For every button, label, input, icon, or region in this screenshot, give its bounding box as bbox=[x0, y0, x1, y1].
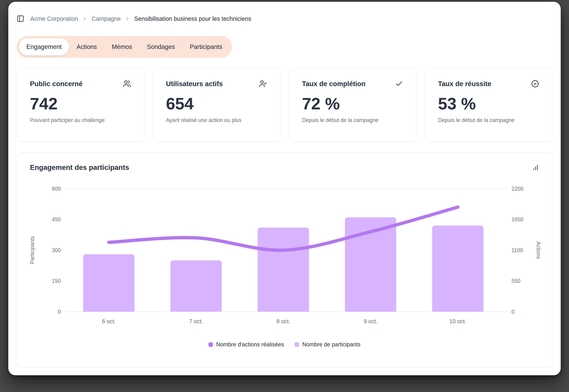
stat-card-title: Taux de complétion bbox=[302, 80, 366, 88]
chevron-right-icon bbox=[82, 16, 87, 21]
left-axis-tick: 0 bbox=[58, 309, 61, 315]
left-axis-label: Participants bbox=[29, 236, 35, 264]
bar-participants bbox=[432, 225, 484, 312]
tab-bar: EngagementActionsMémosSondagesParticipan… bbox=[17, 36, 232, 58]
desktop-background: Acme CorporationCampagneSensibilisation … bbox=[0, 0, 569, 392]
sidebar-toggle-button[interactable] bbox=[17, 15, 24, 23]
users-icon bbox=[123, 80, 131, 88]
right-axis-tick: 2200 bbox=[512, 186, 523, 192]
left-axis-tick: 600 bbox=[52, 186, 61, 192]
breadcrumb-item: Sensibilisation business pour les techni… bbox=[134, 15, 251, 22]
tab-memos[interactable]: Mémos bbox=[104, 38, 139, 56]
x-axis-tick: 6 oct. bbox=[102, 318, 116, 324]
stat-card-value: 72 % bbox=[302, 96, 403, 112]
left-axis-tick: 150 bbox=[52, 278, 61, 284]
breadcrumb: Acme CorporationCampagneSensibilisation … bbox=[30, 15, 251, 22]
stat-card: Taux de complétion72 %Depuis le début de… bbox=[289, 68, 416, 142]
tab-actions[interactable]: Actions bbox=[69, 38, 104, 56]
top-bar: Acme CorporationCampagneSensibilisation … bbox=[17, 14, 552, 23]
chart-card: Engagement des participants 015030045060… bbox=[17, 153, 552, 367]
stat-card: Taux de réussite53 %Depuis le début de l… bbox=[425, 68, 552, 142]
tab-sondages[interactable]: Sondages bbox=[139, 38, 182, 56]
stat-card: Utilisateurs actifs654Ayant réalisé une … bbox=[153, 68, 280, 142]
bar-participants bbox=[83, 254, 134, 312]
legend-swatch bbox=[208, 342, 213, 347]
tab-engagement[interactable]: Engagement bbox=[19, 38, 69, 56]
stat-card-value: 742 bbox=[30, 96, 131, 112]
right-axis-label: Actions bbox=[536, 241, 541, 259]
chart-header: Engagement des participants bbox=[23, 163, 546, 171]
user-check-icon bbox=[259, 80, 267, 88]
bar-participants bbox=[258, 228, 309, 312]
left-axis-tick: 300 bbox=[52, 247, 61, 253]
engagement-chart: 01503004506000550110016502200Participant… bbox=[23, 180, 549, 337]
x-axis-tick: 7 oct. bbox=[189, 318, 203, 324]
chevron-right-icon bbox=[125, 16, 130, 21]
stat-card: Public concerné742Pouvant participer au … bbox=[17, 68, 144, 142]
chart-title: Engagement des participants bbox=[30, 163, 129, 171]
legend-label: Nombre de participants bbox=[302, 341, 361, 348]
badge-check-icon bbox=[531, 80, 539, 88]
legend-swatch bbox=[295, 342, 299, 347]
stat-card-subtitle: Ayant réalisé une action ou plus bbox=[166, 117, 267, 123]
stat-card-value: 53 % bbox=[438, 96, 539, 112]
stat-card-title: Taux de réussite bbox=[438, 80, 491, 88]
legend-item[interactable]: Nombre de participants bbox=[295, 341, 361, 348]
x-axis-tick: 10 oct. bbox=[449, 318, 466, 324]
bar-participants bbox=[170, 260, 222, 312]
legend-item[interactable]: Nombre d'actions réalisées bbox=[208, 341, 284, 348]
stat-card-subtitle: Pouvant participer au challenge bbox=[30, 117, 131, 123]
chart-legend: Nombre d'actions réaliséesNombre de part… bbox=[23, 341, 546, 348]
breadcrumb-item[interactable]: Campagne bbox=[92, 15, 121, 22]
stat-card-subtitle: Depuis le début de la campagne bbox=[302, 117, 403, 123]
stat-card-header: Public concerné bbox=[30, 80, 131, 88]
stat-cards-row: Public concerné742Pouvant participer au … bbox=[17, 68, 552, 142]
stat-card-header: Taux de complétion bbox=[302, 80, 403, 88]
panel-left-icon bbox=[17, 15, 24, 23]
right-axis-tick: 550 bbox=[512, 278, 520, 284]
check-icon bbox=[395, 80, 403, 88]
right-axis-tick: 0 bbox=[512, 309, 514, 315]
legend-label: Nombre d'actions réalisées bbox=[216, 341, 284, 348]
left-axis-tick: 450 bbox=[52, 216, 61, 223]
app-window: Acme CorporationCampagneSensibilisation … bbox=[8, 2, 561, 375]
breadcrumb-item[interactable]: Acme Corporation bbox=[30, 15, 78, 22]
x-axis-tick: 8 oct. bbox=[277, 318, 290, 324]
x-axis-tick: 9 oct. bbox=[364, 318, 377, 324]
right-axis-tick: 1100 bbox=[512, 247, 523, 253]
right-axis-tick: 1650 bbox=[512, 216, 523, 223]
stat-card-value: 654 bbox=[166, 96, 267, 112]
stat-card-header: Taux de réussite bbox=[438, 80, 539, 88]
tab-participants[interactable]: Participants bbox=[182, 38, 230, 56]
bar-chart-icon bbox=[532, 164, 539, 171]
stat-card-subtitle: Depuis le début de la campagne bbox=[438, 117, 539, 123]
stat-card-title: Utilisateurs actifs bbox=[166, 80, 223, 88]
stat-card-title: Public concerné bbox=[30, 80, 83, 88]
stat-card-header: Utilisateurs actifs bbox=[166, 80, 267, 88]
